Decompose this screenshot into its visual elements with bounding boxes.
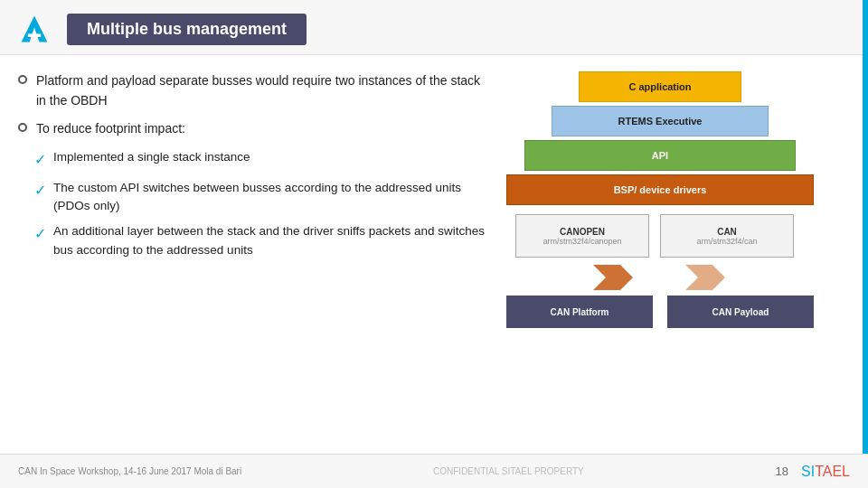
can-sub: arm/stm32f4/can <box>696 237 757 246</box>
svg-rect-1 <box>28 33 41 37</box>
bus-payload: CAN Payload <box>667 296 814 328</box>
layer-can: CAN arm/stm32f4/can <box>660 214 794 258</box>
accent-bar <box>863 0 868 488</box>
check-mark-2: ✓ <box>34 180 46 202</box>
page-title: Multiple bus management <box>67 14 307 45</box>
bus-row: CAN Platform CAN Payload <box>506 296 814 328</box>
check-mark-3: ✓ <box>34 223 46 246</box>
layer-rtems: RTEMS Executive <box>552 106 769 136</box>
layer-c-app: C application <box>579 71 741 102</box>
check-item-3: ✓ An additional layer between the stack … <box>18 222 488 259</box>
bullet-item-1: Platform and payload separate busses wou… <box>18 71 488 110</box>
can-label: CAN <box>717 227 737 237</box>
footer-right: 18 SITAEL <box>776 464 850 480</box>
layer-bsp: BSP/ device drivers <box>506 174 814 205</box>
text-panel: Platform and payload separate busses wou… <box>18 71 488 432</box>
layer-canopen: CANOPEN arm/stm32f4/canopen <box>515 214 649 258</box>
bullet-text-2: To reduce footprint impact: <box>36 119 185 139</box>
footer-center-text: CONFIDENTIAL SITAEL PROPERTY <box>433 466 584 476</box>
svg-marker-0 <box>22 16 48 42</box>
bullet-text-1: Platform and payload separate busses wou… <box>36 71 488 110</box>
canopen-sub: arm/stm32f4/canopen <box>542 237 621 246</box>
canopen-label: CANOPEN <box>560 227 605 237</box>
footer-left-text: CAN In Space Workshop, 14-16 June 2017 M… <box>18 466 241 476</box>
sitael-brand: SITAEL <box>801 464 850 480</box>
check-text-1: Implemented a single stack instance <box>53 148 250 166</box>
arrow-right-icon <box>685 265 725 290</box>
footer: CAN In Space Workshop, 14-16 June 2017 M… <box>0 454 868 488</box>
svg-marker-3 <box>685 265 725 290</box>
diagram-panel: C application RTEMS Executive API BSP/ d… <box>506 71 850 432</box>
arrow-left-icon <box>593 265 633 290</box>
bullet-item-2: To reduce footprint impact: <box>18 119 488 139</box>
bullet-circle-2 <box>18 123 27 132</box>
check-text-2: The custom API switches between busses a… <box>53 179 488 216</box>
page-number: 18 <box>776 465 788 478</box>
bus-platform: CAN Platform <box>506 296 653 328</box>
svg-marker-2 <box>593 265 633 290</box>
header: Multiple bus management <box>0 0 868 55</box>
diagram-container: C application RTEMS Executive API BSP/ d… <box>506 71 841 379</box>
check-item-1: ✓ Implemented a single stack instance <box>18 148 488 172</box>
check-item-2: ✓ The custom API switches between busses… <box>18 179 488 216</box>
main-content: Platform and payload separate busses wou… <box>0 55 868 441</box>
logo-icon <box>18 13 51 45</box>
check-mark-1: ✓ <box>34 149 46 172</box>
bullet-circle-1 <box>18 75 27 84</box>
check-text-3: An additional layer between the stack an… <box>53 222 488 259</box>
layer-api: API <box>524 140 796 171</box>
